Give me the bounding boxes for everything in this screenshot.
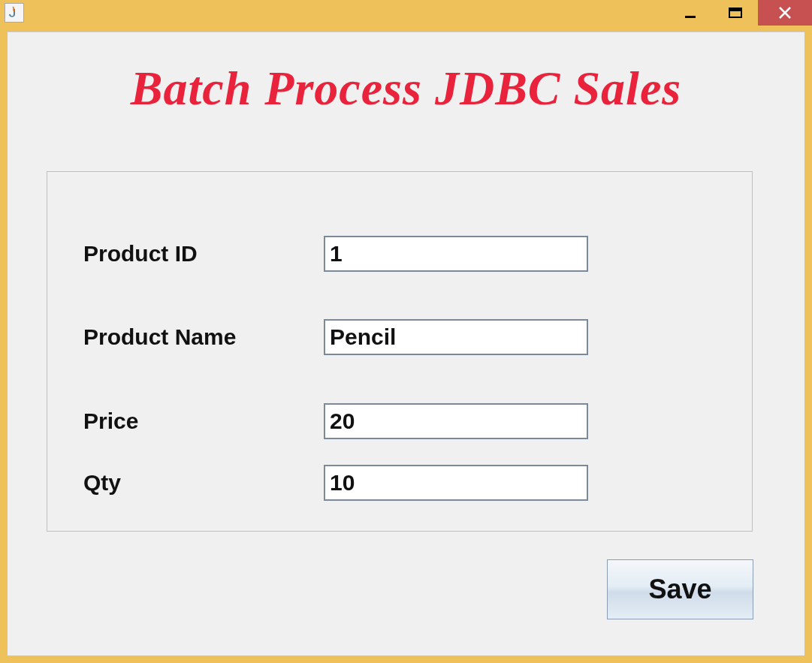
row-qty: Qty [83,465,588,501]
save-button[interactable]: Save [607,559,753,619]
java-app-icon [5,3,24,23]
label-price: Price [83,408,324,434]
window-controls [668,0,812,26]
label-product-name: Product Name [83,324,324,350]
window-client-area: Batch Process JDBC Sales Product ID Prod… [8,32,804,655]
maximize-button[interactable] [713,0,758,26]
input-price[interactable] [324,403,588,439]
page-title: Batch Process JDBC Sales [8,61,804,116]
input-product-id[interactable] [324,236,588,272]
svg-rect-0 [685,16,696,18]
row-product-id: Product ID [83,236,588,272]
label-qty: Qty [83,470,324,496]
row-product-name: Product Name [83,319,588,355]
window-titlebar [0,0,812,26]
row-price: Price [83,403,588,439]
form-panel: Product ID Product Name Price Qty [47,171,753,532]
minimize-button[interactable] [668,0,713,26]
svg-rect-2 [729,8,741,11]
input-qty[interactable] [324,465,588,501]
input-product-name[interactable] [324,319,588,355]
close-button[interactable] [758,0,812,26]
label-product-id: Product ID [83,241,324,267]
